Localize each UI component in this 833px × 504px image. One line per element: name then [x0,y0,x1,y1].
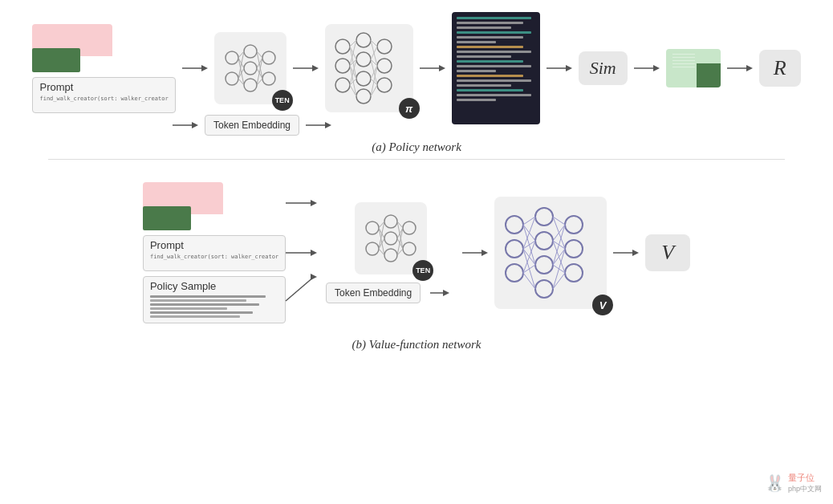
svg-point-99 [535,280,553,298]
watermark-sub: php中文网 [788,484,822,494]
svg-point-76 [403,242,416,255]
sim-box: Sim [579,51,628,85]
main-container: Prompt find_walk_creator(sort: walker_cr… [0,0,833,504]
svg-line-45 [371,47,377,59]
section-a-content: Prompt find_walk_creator(sort: walker_cr… [32,12,800,124]
section-a-ten-svg [222,40,278,96]
branch-area [286,173,326,333]
svg-marker-57 [653,65,660,71]
svg-line-122 [553,273,565,289]
watermark-brand: 量子位 [788,472,822,484]
section-b-prompt-title: Prompt [150,239,278,251]
svg-marker-69 [311,274,317,280]
svg-marker-90 [443,290,449,296]
reward-green-rect [697,63,721,87]
svg-line-115 [553,225,565,241]
section-b-mid: TEN Token Embedding [326,202,456,303]
svg-point-70 [366,222,379,234]
t-line-17 [457,94,531,96]
svg-point-30 [377,39,392,54]
t-line-5 [457,36,523,39]
section-a-ten-box: TEN [214,32,286,104]
r-box: R [759,50,801,87]
svg-point-23 [335,39,350,54]
pc-line-1 [150,295,266,298]
t-line-14 [457,79,531,82]
section-a: Prompt find_walk_creator(sort: walker_cr… [16,12,817,154]
arrow-6-svg [725,62,754,75]
svg-point-31 [377,59,392,73]
svg-point-32 [377,78,392,92]
section-b-ten-box: TEN [355,202,427,274]
img-green-block [32,48,80,72]
t-line-16 [457,89,523,91]
section-divider [48,159,785,160]
ten-badge-a: TEN [272,90,293,111]
svg-point-8 [262,72,275,85]
svg-point-27 [356,52,371,67]
t-line-2 [457,22,523,24]
section-a-prompt-card: Prompt find_walk_creator(sort: walker_cr… [32,77,175,113]
arrow-4-svg [545,62,574,75]
svg-point-72 [384,215,397,228]
arrow-b-out-svg [612,246,640,259]
section-b: Prompt find_walk_creator(sort: walker_cr… [16,173,817,352]
t-line-8 [457,51,531,53]
t-line-7 [457,46,523,48]
svg-line-68 [286,277,314,301]
img-b-green-block [143,206,191,230]
section-a-terminal [452,12,540,124]
watermark-text-group: 量子位 php中文网 [788,472,822,494]
pc-line-3 [150,303,259,306]
section-b-prompt-sub: find_walk_creator(sort: walker_creator [150,254,278,261]
svg-point-94 [506,240,523,258]
svg-line-12 [238,51,244,79]
ten-badge-b: TEN [412,260,433,281]
svg-point-98 [535,256,553,274]
pc-line-6 [150,315,240,318]
section-b-label: (b) Value-function network [352,338,482,352]
section-b-value-nn-svg [502,205,599,301]
arrow-2 [286,62,325,75]
token-embed-b: Token Embedding [326,282,421,303]
svg-point-29 [356,89,371,104]
section-a-prompt-sub: find_walk_creator(sort: walker_creator [39,96,168,103]
section-a-prompt-title: Prompt [39,81,168,93]
section-a-policy-nn-svg [333,32,405,104]
arrow-3 [413,62,452,75]
t-line-12 [457,70,496,72]
svg-line-112 [523,273,535,289]
arrow-3-svg [418,62,447,75]
svg-point-5 [244,62,257,75]
t-line-9 [457,55,512,58]
svg-marker-59 [746,65,753,71]
arrow-b-mid [456,246,494,259]
section-b-content: Prompt find_walk_creator(sort: walker_cr… [143,173,690,333]
svg-point-2 [226,51,238,64]
svg-marker-22 [312,65,319,71]
v-output-box: V [645,234,690,271]
section-a-image-input [32,24,112,72]
svg-point-93 [506,216,523,234]
svg-point-6 [244,79,257,91]
svg-line-84 [397,222,403,249]
arrow-5-svg [632,62,661,75]
section-a-policy-nn-box: π [325,24,413,112]
pc-line-4 [150,307,227,310]
svg-marker-65 [311,200,317,206]
branch-svg [286,173,326,333]
section-b-inputs: Prompt find_walk_creator(sort: walker_cr… [143,182,286,323]
svg-line-11 [238,58,244,85]
svg-marker-53 [439,65,445,71]
reward-image [666,49,721,87]
section-b-image-input [143,182,223,230]
svg-point-28 [356,71,371,86]
svg-point-3 [226,72,238,85]
svg-point-100 [565,216,583,234]
policy-code-lines [150,295,278,318]
arrow-b-mid-svg [461,246,490,259]
t-line-11 [457,65,531,67]
svg-line-79 [379,228,384,255]
v-badge: V [592,295,613,315]
arrow-6 [721,62,759,75]
